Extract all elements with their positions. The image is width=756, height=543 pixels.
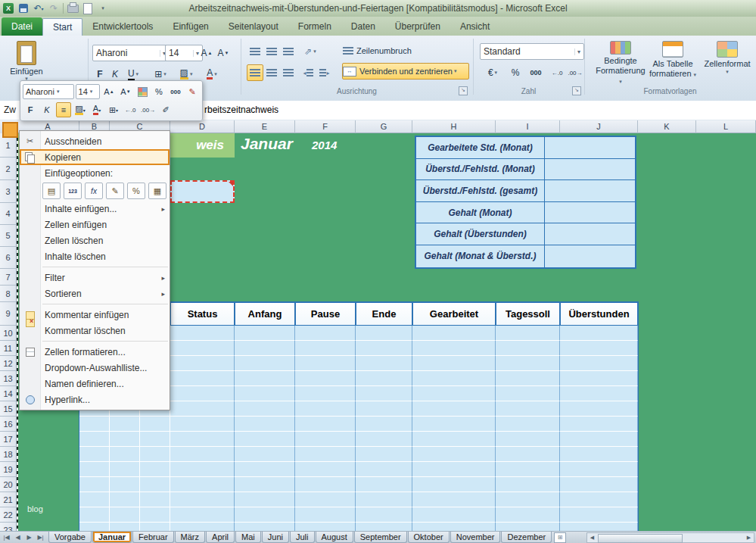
context-menu-item-sortieren[interactable]: Sortieren▸ bbox=[20, 286, 170, 301]
time-cell[interactable] bbox=[412, 477, 496, 492]
row-header-18[interactable]: 18 bbox=[0, 447, 17, 462]
first-sheet-button[interactable]: |◀ bbox=[2, 532, 11, 543]
day-cell[interactable] bbox=[110, 507, 140, 523]
row-header-9[interactable]: 9 bbox=[0, 302, 17, 326]
time-cell[interactable] bbox=[235, 523, 295, 531]
context-menu-item-kommentar-einfügen[interactable]: Kommentar einfügen bbox=[20, 307, 170, 323]
print-button[interactable] bbox=[67, 2, 79, 14]
mini-font-name-select[interactable]: Aharoni▾ bbox=[23, 84, 74, 99]
time-cell[interactable] bbox=[412, 447, 496, 462]
time-cell[interactable] bbox=[560, 371, 638, 386]
format-as-table-button[interactable]: Als Tabelle formatieren ▾ bbox=[648, 39, 698, 87]
last-sheet-button[interactable]: ▶| bbox=[36, 532, 45, 543]
column-header-D[interactable]: D bbox=[170, 120, 235, 133]
paste-option-values-123-icon[interactable]: 123 bbox=[64, 183, 82, 199]
row-header-5[interactable]: 5 bbox=[0, 225, 17, 247]
time-cell[interactable] bbox=[295, 356, 356, 371]
font-color-button[interactable]: A▾ bbox=[200, 66, 224, 83]
time-cell[interactable] bbox=[170, 417, 235, 432]
accounting-format-button[interactable]: €▾ bbox=[480, 64, 506, 81]
increase-indent-button[interactable]: ▸ bbox=[316, 64, 333, 81]
scroll-right-arrow[interactable]: ▶ bbox=[744, 533, 754, 542]
mini-italic-button[interactable]: K bbox=[39, 102, 54, 117]
shrink-font-button[interactable]: A▼ bbox=[215, 45, 232, 61]
time-cell[interactable] bbox=[356, 386, 412, 401]
time-cell[interactable] bbox=[170, 462, 235, 477]
align-bottom-button[interactable] bbox=[280, 43, 297, 60]
sheet-tab-september[interactable]: September bbox=[354, 532, 407, 543]
column-header-F[interactable]: F bbox=[295, 120, 356, 133]
sheet-tab-november[interactable]: November bbox=[450, 532, 501, 543]
sheet-tab-dezember[interactable]: Dezember bbox=[501, 532, 552, 543]
time-cell[interactable] bbox=[235, 492, 295, 507]
paste-option-link-picture-icon[interactable]: ▦ bbox=[148, 183, 166, 199]
mini-fill-color-button[interactable]: ▨▾ bbox=[73, 102, 88, 117]
select-all-corner[interactable] bbox=[0, 120, 17, 134]
day-cell[interactable] bbox=[79, 507, 110, 523]
redo-button[interactable]: ↷ bbox=[48, 2, 60, 14]
day-cell[interactable] bbox=[79, 447, 110, 462]
time-cell[interactable] bbox=[412, 326, 496, 341]
context-menu-item-zellen-löschen[interactable]: Zellen löschen bbox=[20, 232, 170, 248]
row-header-11[interactable]: 11 bbox=[0, 341, 17, 356]
day-cell[interactable] bbox=[79, 523, 110, 531]
time-cell[interactable] bbox=[170, 326, 235, 341]
time-cell[interactable] bbox=[560, 341, 638, 356]
time-cell[interactable] bbox=[496, 462, 560, 477]
time-cell[interactable] bbox=[560, 462, 638, 477]
summary-value-cell[interactable] bbox=[545, 202, 635, 223]
column-header-J[interactable]: J bbox=[560, 120, 638, 133]
context-menu-item-hyperlink[interactable]: Hyperlink... bbox=[20, 392, 170, 407]
number-format-select[interactable]: Standard▾ bbox=[480, 43, 584, 60]
time-cell[interactable] bbox=[496, 507, 560, 523]
qat-customize-button[interactable]: ▾ bbox=[97, 2, 109, 14]
summary-value-cell[interactable] bbox=[545, 159, 635, 180]
time-cell[interactable] bbox=[560, 447, 638, 462]
ribbon-tab-einfügen[interactable]: Einfügen bbox=[163, 18, 218, 36]
sheet-tab-oktober[interactable]: Oktober bbox=[408, 532, 450, 543]
time-cell[interactable] bbox=[295, 492, 356, 507]
time-cell[interactable] bbox=[170, 371, 235, 386]
day-cell[interactable] bbox=[140, 447, 170, 462]
time-cell[interactable] bbox=[295, 432, 356, 447]
summary-value-cell[interactable] bbox=[545, 223, 635, 245]
context-menu-item-dropdown-auswahlliste[interactable]: Dropdown-Auswahlliste... bbox=[20, 360, 170, 376]
time-cell[interactable] bbox=[170, 432, 235, 447]
day-cell[interactable] bbox=[110, 523, 140, 531]
align-right-button[interactable] bbox=[280, 64, 297, 81]
time-cell[interactable] bbox=[356, 523, 412, 531]
align-left-button[interactable] bbox=[247, 64, 263, 81]
context-menu-item-namen-definieren[interactable]: Namen definieren... bbox=[20, 376, 170, 392]
time-cell[interactable] bbox=[235, 447, 295, 462]
formula-field[interactable]: rbeitszeitnachweis bbox=[114, 101, 756, 120]
summary-value-cell[interactable] bbox=[545, 245, 635, 267]
day-cell[interactable] bbox=[110, 492, 140, 507]
previous-sheet-button[interactable]: ◀ bbox=[13, 532, 23, 543]
scroll-left-arrow[interactable]: ◀ bbox=[587, 533, 597, 542]
time-cell[interactable] bbox=[496, 447, 560, 462]
time-cell[interactable] bbox=[170, 492, 235, 507]
table-header-tagessoll[interactable]: Tagessoll bbox=[496, 302, 560, 326]
merge-center-button[interactable]: ↔ Verbinden und zentrieren ▾ bbox=[342, 63, 469, 80]
day-cell[interactable] bbox=[140, 477, 170, 492]
align-middle-button[interactable] bbox=[263, 43, 280, 60]
day-cell[interactable] bbox=[110, 447, 140, 462]
day-cell[interactable] bbox=[110, 462, 140, 477]
paste-option-paste-icon[interactable]: ▤ bbox=[42, 183, 61, 199]
time-cell[interactable] bbox=[496, 477, 560, 492]
time-cell[interactable] bbox=[560, 523, 638, 531]
time-cell[interactable] bbox=[295, 401, 356, 417]
conditional-formatting-button[interactable]: Bedingte Formatierung ▾ bbox=[595, 39, 646, 87]
font-name-select[interactable]: Aharoni▾ bbox=[92, 45, 170, 61]
time-cell[interactable] bbox=[356, 447, 412, 462]
context-menu-item-zellen-formatieren[interactable]: Zellen formatieren... bbox=[20, 344, 170, 360]
table-header-anfang[interactable]: Anfang bbox=[235, 302, 295, 326]
time-cell[interactable] bbox=[412, 417, 496, 432]
ribbon-tab-überprüfen[interactable]: Überprüfen bbox=[385, 18, 450, 36]
time-cell[interactable] bbox=[356, 356, 412, 371]
mini-grow-font-button[interactable]: A▲ bbox=[101, 84, 117, 99]
row-header-23[interactable]: 23 bbox=[0, 523, 17, 531]
time-cell[interactable] bbox=[235, 417, 295, 432]
mini-font-size-select[interactable]: 14▾ bbox=[76, 84, 100, 99]
time-cell[interactable] bbox=[356, 326, 412, 341]
